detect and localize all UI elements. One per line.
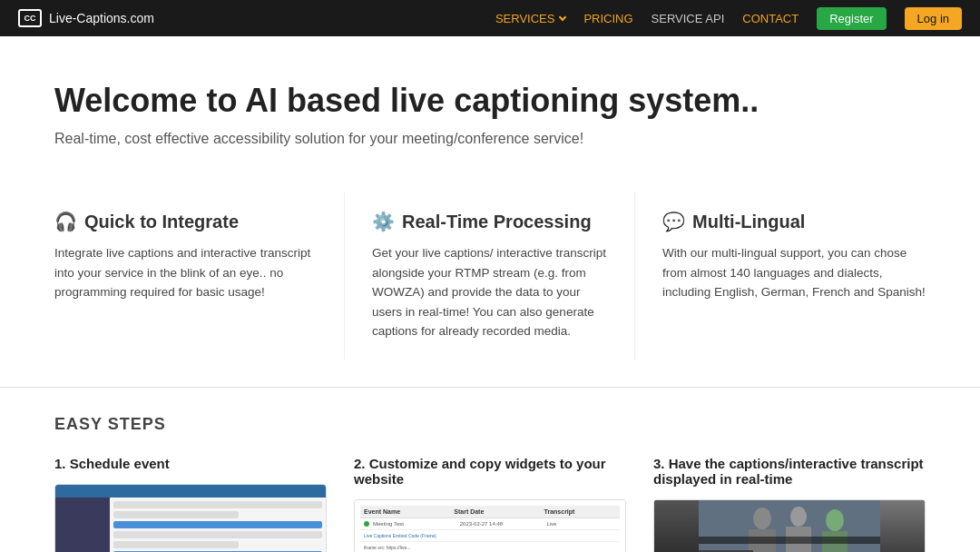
gear-icon: ⚙️: [372, 211, 395, 232]
col-start-date: Start Date: [454, 508, 544, 515]
live-badge: Live: [546, 521, 616, 527]
steps-title: EASY STEPS: [54, 415, 926, 434]
nav-links: SERVICES PRICING SERVICE API CONTACT Reg…: [495, 7, 962, 30]
captions-embed-cell: Live Captions Embed Code (Frame): [364, 533, 616, 538]
nav-services[interactable]: SERVICES: [495, 12, 566, 25]
captions-url-cell: iframe src: https://live...: [364, 545, 616, 550]
feature-integrate-title: 🎧 Quick to Integrate: [54, 211, 317, 232]
hero-title: Welcome to AI based live captioning syst…: [54, 82, 926, 120]
live-dot: [364, 521, 369, 527]
col-event-name: Event Name: [364, 508, 454, 515]
register-button[interactable]: Register: [817, 7, 886, 30]
feature-realtime-text: Get your live captions/ interactive tran…: [372, 243, 607, 341]
step-2-header: 2. Customize and copy widgets to your we…: [354, 456, 626, 487]
feature-integrate-text: Integrate live captions and interactive …: [54, 243, 317, 302]
hero-section: Welcome to AI based live captioning syst…: [0, 36, 980, 174]
step-2: 2. Customize and copy widgets to your we…: [354, 456, 626, 552]
steps-grid: 1. Schedule event: [54, 456, 926, 552]
feature-integrate: 🎧 Quick to Integrate Integrate live capt…: [54, 192, 345, 360]
step-3-image: 00:00:02 - 00:00:04 This is a demo trans…: [653, 499, 926, 552]
start-date-cell: 2023-02-27 14:48: [460, 521, 547, 527]
step-2-image: Event Name Start Date Transcript Meeting…: [354, 499, 626, 552]
login-button[interactable]: Log in: [905, 7, 962, 30]
step-1-header: 1. Schedule event: [54, 456, 327, 471]
nav-contact[interactable]: CONTACT: [742, 12, 799, 25]
ear-icon: 🎧: [54, 211, 77, 232]
event-name-cell: Meeting Test: [373, 521, 460, 527]
steps-section: EASY STEPS 1. Schedule event: [0, 415, 980, 552]
navbar: CC Live-Captions.com SERVICES PRICING SE…: [0, 0, 980, 36]
feature-realtime-title: ⚙️ Real-Time Processing: [372, 211, 607, 232]
speech-icon: 💬: [662, 211, 685, 232]
chevron-down-icon: [559, 14, 566, 21]
feature-multilingual-title: 💬 Multi-Lingual: [662, 211, 926, 232]
step-1: 1. Schedule event: [54, 456, 327, 552]
svg-point-5: [826, 509, 844, 531]
logo-text: Live-Captions.com: [49, 11, 154, 25]
nav-pricing[interactable]: PRICING: [583, 12, 632, 25]
step-1-image: [54, 484, 327, 552]
svg-point-3: [790, 507, 807, 527]
feature-realtime: ⚙️ Real-Time Processing Get your live ca…: [345, 192, 635, 360]
step-3-header: 3. Have the captions/interactive transcr…: [653, 456, 926, 487]
section-divider: [0, 387, 980, 388]
nav-service-api[interactable]: SERVICE API: [652, 12, 725, 25]
col-transcript: Transcript: [544, 508, 616, 515]
logo-icon: CC: [18, 9, 42, 27]
svg-point-1: [753, 508, 771, 529]
hero-subtitle: Real-time, cost effective accessibility …: [54, 131, 926, 147]
logo[interactable]: CC Live-Captions.com: [18, 9, 154, 27]
feature-multilingual: 💬 Multi-Lingual With our multi-lingual s…: [635, 192, 926, 360]
svg-rect-7: [699, 537, 880, 544]
feature-multilingual-text: With our multi-lingual support, you can …: [662, 243, 926, 302]
features-section: 🎧 Quick to Integrate Integrate live capt…: [0, 192, 980, 360]
step-3: 3. Have the captions/interactive transcr…: [653, 456, 926, 552]
